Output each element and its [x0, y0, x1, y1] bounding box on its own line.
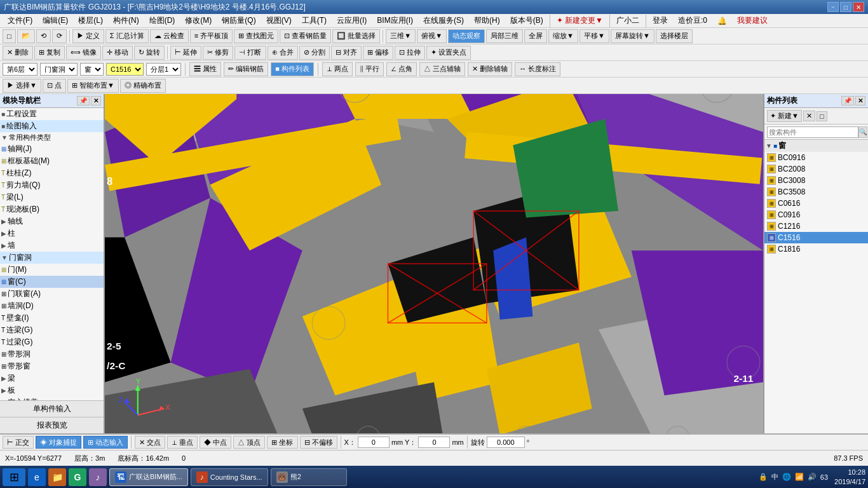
- intersection-btn[interactable]: ✕ 交点: [135, 436, 165, 449]
- split-btn[interactable]: ⊘ 分割: [299, 46, 330, 60]
- comp-item-BC0916[interactable]: ⊞ BC0916: [764, 152, 868, 163]
- del-comp-btn[interactable]: ✕: [803, 111, 815, 121]
- two-point-btn[interactable]: ⊥ 两点: [322, 62, 353, 76]
- 3d-btn[interactable]: 三维▼: [386, 29, 416, 43]
- nav-doorwindow[interactable]: ⊞门联窗(A): [0, 288, 104, 300]
- comp-pin-btn[interactable]: 📌: [841, 96, 854, 105]
- close-button[interactable]: ✕: [853, 2, 864, 12]
- nav-col2[interactable]: ▶柱: [0, 227, 104, 240]
- perpendicular-btn[interactable]: ⊥ 垂点: [167, 436, 198, 449]
- taskbar-clock[interactable]: 10:28 2019/4/17: [834, 468, 865, 486]
- zoom-btn[interactable]: 缩放▼: [548, 29, 578, 43]
- comp-close-btn[interactable]: ✕: [855, 96, 865, 105]
- nav-common-types[interactable]: ▼常用构件类型: [0, 132, 104, 143]
- dynamic-view-btn[interactable]: 动态观察: [448, 29, 485, 43]
- minimize-button[interactable]: －: [827, 2, 839, 12]
- search-input[interactable]: [767, 126, 858, 138]
- menu-points[interactable]: 造价豆:0: [673, 14, 712, 27]
- menu-tools[interactable]: 工具(T): [297, 14, 332, 27]
- edit-rebar-btn[interactable]: ✏ 编辑钢筋: [224, 62, 268, 76]
- type-select[interactable]: 门窗洞: [40, 63, 78, 76]
- viewport-container[interactable]: 2-11 2-11 8 2-5 /2-C 2 2-6 2 1/2- 2-11: [105, 94, 763, 433]
- nav-strip-hole[interactable]: ⊞带形洞: [0, 348, 104, 360]
- menu-cloud[interactable]: 云应用(I): [332, 14, 372, 27]
- level-top-btn[interactable]: ≡ 齐平板顶: [190, 29, 233, 43]
- sys-signal-icon[interactable]: 📶: [795, 473, 804, 481]
- nav-door[interactable]: ⊞门(M): [0, 264, 104, 276]
- batch-select-btn[interactable]: 🔲 批量选择: [332, 29, 380, 43]
- align-btn[interactable]: ⊟ 对齐: [331, 46, 362, 60]
- menu-user[interactable]: 广小二: [611, 14, 644, 27]
- comp-item-C1516[interactable]: ⊞ C1516: [764, 232, 868, 243]
- comp-item-BC3008[interactable]: ⊞ BC3008: [764, 175, 868, 186]
- component-select[interactable]: C1516: [106, 63, 144, 76]
- nav-window[interactable]: ⊞窗(C): [0, 276, 104, 288]
- comp-item-BC3508[interactable]: ⊞ BC3508: [764, 186, 868, 198]
- taskbar-ggj-app[interactable]: 🏗 广联达BIM钢筋...: [109, 468, 188, 486]
- nav-beam2[interactable]: ▶梁: [0, 372, 104, 384]
- define-btn[interactable]: ▶ 定义: [72, 29, 104, 43]
- comp-item-BC2008[interactable]: ⊞ BC2008: [764, 163, 868, 175]
- open-btn[interactable]: 📂: [17, 29, 35, 43]
- nav-pin-btn[interactable]: 📌: [77, 96, 90, 105]
- local-3d-btn[interactable]: 局部三维: [486, 29, 523, 43]
- nav-base[interactable]: ⊞框板基础(M): [0, 155, 104, 167]
- comp-item-C1216[interactable]: ⊞ C1216: [764, 220, 868, 232]
- nav-beam[interactable]: T梁(L): [0, 191, 104, 203]
- dim-btn[interactable]: ↔ 长度标注: [515, 62, 560, 76]
- cloud-check-btn[interactable]: ☁ 云检查: [150, 29, 189, 43]
- y-input[interactable]: [418, 437, 450, 448]
- menu-modify[interactable]: 修改(M): [180, 14, 217, 27]
- select-mode-btn[interactable]: ▶ 选择▼: [3, 79, 41, 93]
- merge-btn[interactable]: ⊕ 合并: [268, 46, 298, 60]
- pan-btn[interactable]: 平移▼: [580, 29, 609, 43]
- dynamic-input-btn[interactable]: ⊞ 动态输入: [83, 436, 128, 449]
- nav-draw[interactable]: ■绘图输入: [0, 120, 104, 132]
- parallel-btn[interactable]: ∥ 平行: [355, 62, 384, 76]
- rotate-btn[interactable]: ↻ 旋转: [134, 46, 165, 60]
- maximize-button[interactable]: □: [840, 2, 851, 12]
- find-element-btn[interactable]: ⊞ 查找图元: [234, 29, 278, 43]
- sys-network-icon[interactable]: 🌐: [782, 473, 791, 481]
- top-view-btn[interactable]: 俯视▼: [417, 29, 447, 43]
- layer-select[interactable]: 分层1: [146, 63, 181, 76]
- nav-axis[interactable]: ⊞轴网(J): [0, 143, 104, 155]
- offset-btn[interactable]: ⊞ 偏移: [363, 46, 393, 60]
- midpoint-btn[interactable]: ◆ 中点: [200, 436, 231, 449]
- delete-btn[interactable]: ✕ 删除: [3, 46, 33, 60]
- redo-btn[interactable]: ⟳: [52, 29, 67, 43]
- menu-file[interactable]: 文件(F): [3, 14, 37, 27]
- vertex-btn[interactable]: △ 顶点: [233, 436, 265, 449]
- taskbar-media-btn[interactable]: ♪: [89, 468, 107, 486]
- nav-controls[interactable]: 📌 ✕: [77, 96, 101, 105]
- comp-list-controls[interactable]: 📌 ✕: [841, 96, 865, 105]
- new-btn[interactable]: □: [3, 29, 16, 43]
- no-offset-btn[interactable]: ⊟ 不偏移: [300, 436, 337, 449]
- menu-new-change[interactable]: ✦ 新建变更▼: [552, 14, 608, 27]
- break-btn[interactable]: ⊣ 打断: [234, 46, 266, 60]
- taskbar-g-btn[interactable]: G: [69, 468, 86, 486]
- menu-view[interactable]: 视图(V): [261, 14, 297, 27]
- stretch-btn[interactable]: ⊡ 拉伸: [395, 46, 425, 60]
- menu-online[interactable]: 在线服务(S): [418, 14, 469, 27]
- search-icon-btn[interactable]: 🔍: [858, 126, 867, 138]
- extend-btn[interactable]: ⊢ 延伸: [170, 46, 201, 60]
- three-point-btn[interactable]: △ 三点辅轴: [419, 62, 465, 76]
- nav-plate[interactable]: ▶板: [0, 384, 104, 396]
- sum-btn[interactable]: Σ 汇总计算: [105, 29, 149, 43]
- menu-login[interactable]: 登录: [648, 14, 673, 27]
- mirror-btn[interactable]: ⟺ 镜像: [66, 46, 101, 60]
- nav-shear[interactable]: T剪力墙(Q): [0, 179, 104, 191]
- nav-slab[interactable]: T现浇板(B): [0, 203, 104, 215]
- comp-item-C0616[interactable]: ⊞ C0616: [764, 198, 868, 209]
- nav-col[interactable]: T柱桂(Z): [0, 167, 104, 179]
- taskbar-folder-btn[interactable]: 📁: [48, 468, 66, 486]
- sys-lock-icon[interactable]: 🔒: [759, 473, 768, 481]
- menu-component[interactable]: 构件(N): [108, 14, 144, 27]
- nav-wall-hole[interactable]: ⊞墙洞(D): [0, 300, 104, 312]
- nav-setup[interactable]: ■工程设置: [0, 108, 104, 120]
- smart-place-btn[interactable]: ⊞ 智能布置▼: [67, 79, 119, 93]
- comp-item-C0916[interactable]: ⊞ C0916: [764, 209, 868, 220]
- window-parent-node[interactable]: ▼ ■ 窗: [764, 140, 868, 152]
- taskbar-ie-btn[interactable]: e: [28, 468, 46, 486]
